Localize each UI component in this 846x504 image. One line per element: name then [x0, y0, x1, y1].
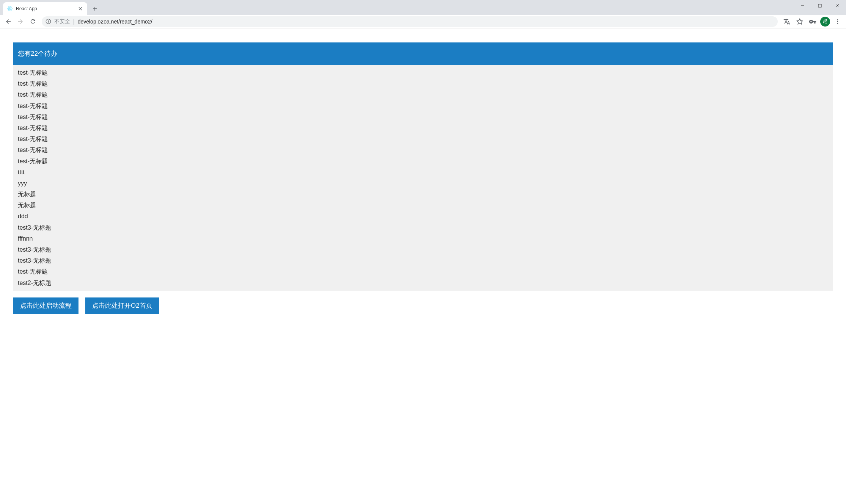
browser-chrome: React App: [0, 0, 846, 28]
task-item[interactable]: test3-无标题: [13, 222, 833, 233]
tab-bar: React App: [0, 0, 846, 15]
svg-point-0: [9, 8, 11, 9]
task-item[interactable]: test-无标题: [13, 111, 833, 122]
translate-icon[interactable]: [782, 16, 792, 27]
svg-rect-7: [48, 21, 49, 23]
info-icon: [46, 19, 51, 24]
url-text: develop.o2oa.net/react_demo2/: [78, 19, 774, 25]
task-item[interactable]: test-无标题: [13, 266, 833, 277]
avatar-initial: 起: [823, 18, 827, 25]
close-window-button[interactable]: [829, 0, 846, 11]
task-item[interactable]: fffnnn: [13, 233, 833, 244]
address-separator: |: [73, 19, 75, 25]
browser-tab[interactable]: React App: [3, 2, 87, 15]
banner: 您有22个待办: [13, 42, 833, 65]
svg-point-9: [837, 21, 838, 22]
task-item[interactable]: 无标题: [13, 200, 833, 211]
task-item[interactable]: test3-无标题: [13, 244, 833, 255]
menu-icon[interactable]: [832, 16, 843, 27]
task-list: test-无标题test-无标题test-无标题test-无标题test-无标题…: [13, 65, 833, 291]
reload-button[interactable]: [27, 16, 38, 27]
banner-title: 您有22个待办: [18, 50, 57, 57]
task-item[interactable]: test-无标题: [13, 89, 833, 100]
svg-point-8: [837, 19, 838, 20]
window-controls: [794, 0, 846, 11]
task-item[interactable]: ddd: [13, 211, 833, 222]
maximize-button[interactable]: [811, 0, 829, 11]
open-o2-home-button[interactable]: 点击此处打开O2首页: [85, 297, 159, 314]
key-icon[interactable]: [807, 16, 818, 27]
task-item[interactable]: test-无标题: [13, 78, 833, 89]
svg-point-6: [48, 20, 49, 21]
task-item[interactable]: test-无标题: [13, 133, 833, 144]
task-item[interactable]: 无标题: [13, 189, 833, 200]
task-item[interactable]: test-无标题: [13, 156, 833, 167]
start-process-button[interactable]: 点击此处启动流程: [13, 297, 78, 314]
address-bar[interactable]: 不安全 | develop.o2oa.net/react_demo2/: [42, 16, 778, 27]
task-item[interactable]: yyy: [13, 178, 833, 189]
task-item[interactable]: test3-无标题: [13, 255, 833, 266]
minimize-button[interactable]: [794, 0, 811, 11]
svg-rect-4: [818, 4, 821, 7]
content-block: 您有22个待办 test-无标题test-无标题test-无标题test-无标题…: [13, 42, 833, 291]
task-item[interactable]: test-无标题: [13, 122, 833, 133]
close-tab-icon[interactable]: [77, 6, 83, 12]
action-bar: 点击此处启动流程 点击此处打开O2首页: [13, 297, 833, 314]
tab-title: React App: [16, 6, 74, 11]
react-favicon-icon: [7, 6, 13, 12]
browser-toolbar: 不安全 | develop.o2oa.net/react_demo2/ 起: [0, 15, 846, 28]
new-tab-button[interactable]: [89, 3, 100, 14]
insecure-label: 不安全: [54, 18, 70, 25]
forward-button[interactable]: [15, 16, 26, 27]
back-button[interactable]: [3, 16, 14, 27]
star-icon[interactable]: [794, 16, 805, 27]
task-item[interactable]: test-无标题: [13, 67, 833, 78]
task-item[interactable]: test2-无标题: [13, 277, 833, 288]
profile-avatar[interactable]: 起: [820, 17, 830, 27]
toolbar-right: 起: [782, 16, 843, 27]
svg-point-10: [837, 23, 838, 24]
task-item[interactable]: tttt: [13, 167, 833, 178]
task-item[interactable]: test-无标题: [13, 144, 833, 155]
task-item[interactable]: test-无标题: [13, 100, 833, 111]
page-content: 您有22个待办 test-无标题test-无标题test-无标题test-无标题…: [0, 28, 846, 325]
